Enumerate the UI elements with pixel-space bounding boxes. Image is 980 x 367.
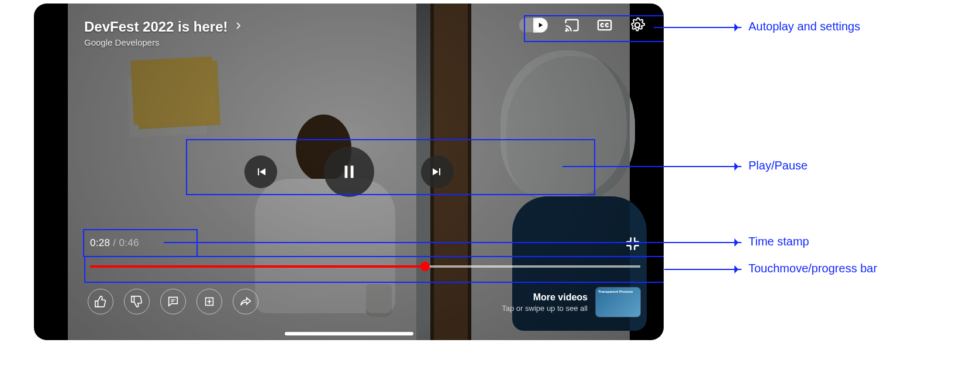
annotation-label-progress: Touchmove/progress bar	[748, 262, 877, 275]
dislike-button[interactable]	[124, 289, 150, 314]
action-bar	[88, 289, 258, 314]
cast-icon[interactable]	[563, 16, 581, 34]
top-controls	[519, 16, 646, 34]
gear-icon[interactable]	[629, 16, 646, 34]
more-videos-subtitle: Tap or swipe up to see all	[502, 304, 588, 313]
video-title-block[interactable]: DevFest 2022 is here! Google Developers	[84, 19, 244, 47]
annotation-arrow	[654, 27, 741, 28]
more-videos[interactable]: More videos Tap or swipe up to see all T…	[502, 288, 640, 317]
home-indicator	[285, 332, 413, 335]
share-button[interactable]	[233, 289, 258, 314]
svg-rect-1	[598, 20, 611, 30]
annotation-arrow	[164, 242, 741, 243]
annotation-label-timestamp: Time stamp	[748, 235, 809, 248]
annotation-arrow	[664, 269, 741, 270]
play-icon	[533, 18, 547, 32]
timestamp: 0:28 / 0:46	[90, 237, 139, 249]
previous-button[interactable]	[244, 155, 277, 188]
progress-bar[interactable]	[90, 265, 640, 268]
annotation-arrow	[563, 166, 741, 167]
pause-button[interactable]	[324, 147, 374, 197]
exit-fullscreen-icon[interactable]	[625, 236, 640, 251]
like-button[interactable]	[88, 289, 113, 314]
chevron-right-icon	[233, 20, 244, 34]
comments-button[interactable]	[160, 289, 186, 314]
playback-controls	[244, 147, 454, 197]
annotation-label-playpause: Play/Pause	[748, 159, 808, 172]
current-time: 0:28	[90, 237, 110, 248]
video-title: DevFest 2022 is here!	[84, 19, 227, 35]
next-button[interactable]	[421, 155, 454, 188]
captions-icon[interactable]	[596, 16, 613, 34]
duration: 0:46	[119, 237, 139, 248]
save-button[interactable]	[196, 289, 222, 314]
progress-handle[interactable]	[420, 262, 430, 271]
channel-name: Google Developers	[84, 37, 244, 47]
svg-point-0	[565, 30, 567, 32]
annotation-label-autoplay: Autoplay and settings	[748, 20, 860, 33]
thumbnail-caption: Transparent Process	[598, 290, 633, 293]
video-player[interactable]: DevFest 2022 is here! Google Developers	[34, 4, 664, 340]
more-videos-thumbnail[interactable]: Transparent Process	[596, 288, 640, 317]
more-videos-title: More videos	[502, 292, 588, 303]
progress-played	[90, 265, 425, 268]
autoplay-toggle[interactable]	[519, 18, 548, 33]
